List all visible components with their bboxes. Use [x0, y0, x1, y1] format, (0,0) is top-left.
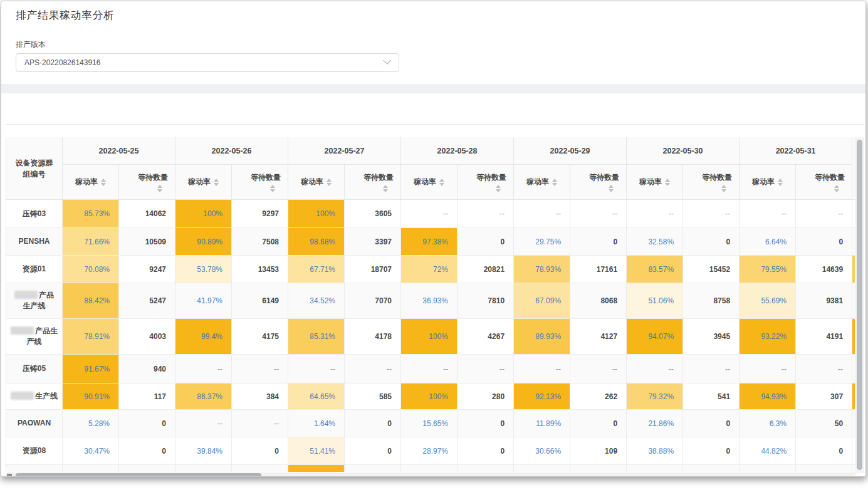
wait-cell: 8068: [570, 283, 627, 319]
rate-cell: 44.82%: [740, 437, 796, 465]
wait-cell: 9381: [796, 283, 852, 319]
table-row: 资源0830.47%039.84%051.41%028.97%030.66%10…: [6, 437, 855, 465]
rate-cell: 1.64%: [288, 410, 345, 437]
rate-cell: 70.08%: [63, 256, 119, 283]
rate-cell: [175, 465, 232, 472]
caret-down-icon: [439, 183, 444, 186]
rate-cell: 94.93%: [740, 383, 796, 410]
redacted-label-overlay: [11, 326, 34, 335]
rate-column-header[interactable]: 稼动率: [288, 165, 345, 200]
rate-cell: 89.93%: [514, 319, 570, 355]
wait-column-header[interactable]: 等待数量: [232, 165, 288, 200]
table-row: 压铸0591.67%940------------------------: [6, 355, 855, 383]
sort-icon[interactable]: [665, 179, 670, 186]
sort-icon[interactable]: [609, 185, 614, 192]
rate-cell: 39.84%: [175, 437, 232, 465]
version-select-value: APS-20220826143916: [24, 58, 100, 67]
sort-icon[interactable]: [270, 185, 275, 192]
corner-header: 设备资源群 组编号: [6, 137, 63, 200]
rate-cell: 30.47%: [63, 437, 119, 465]
rate-cell: 55.69%: [740, 283, 796, 319]
sort-icon[interactable]: [778, 179, 783, 186]
wait-cell: --: [683, 200, 740, 228]
sort-icon[interactable]: [496, 185, 501, 192]
row-label: PAOWAN: [6, 410, 63, 437]
sort-icon[interactable]: [834, 185, 839, 192]
rate-column-header[interactable]: 稼动率: [63, 165, 119, 200]
rate-column-header[interactable]: 稼动率: [175, 165, 232, 200]
vertical-scrollbar[interactable]: [855, 137, 864, 473]
rate-cell: 83.57%: [627, 256, 683, 283]
wait-column-header[interactable]: 等待数量: [683, 165, 740, 200]
caret-up-icon: [270, 185, 275, 188]
sort-icon[interactable]: [721, 185, 726, 192]
rate-cell: 38.88%: [627, 437, 683, 465]
wait-cell: 0: [683, 228, 740, 256]
rate-column-header[interactable]: 稼动率: [514, 165, 570, 200]
version-select[interactable]: APS-20220826143916: [16, 53, 399, 72]
caret-down-icon: [270, 189, 275, 192]
date-header: 2022-05-26: [175, 137, 288, 165]
wait-cell: 0: [683, 410, 740, 437]
sort-icon[interactable]: [439, 179, 444, 186]
rate-column-header[interactable]: 稼动率: [627, 165, 683, 200]
horizontal-scrollbar-nub[interactable]: [7, 474, 12, 477]
rate-cell: [627, 465, 683, 472]
wait-cell: 0: [570, 410, 627, 437]
row-label: 生产线: [6, 383, 63, 410]
horizontal-scrollbar[interactable]: [6, 472, 855, 477]
wait-cell: 585: [345, 383, 401, 410]
wait-header-label: 等待数量: [476, 172, 506, 183]
wait-column-header[interactable]: 等待数量: [345, 165, 401, 200]
wait-cell: 14062: [119, 200, 175, 228]
sort-icon[interactable]: [157, 185, 162, 192]
rate-cell: 29.75%: [514, 228, 570, 256]
rate-column-header[interactable]: 稼动率: [740, 165, 796, 200]
rate-column-header[interactable]: 稼动率: [401, 165, 458, 200]
vertical-scrollbar-thumb[interactable]: [857, 140, 862, 470]
table-row: 压铸0385.73%14062100%9297100%3605---------…: [6, 200, 855, 228]
wait-cell: 0: [796, 437, 852, 465]
wait-header-label: 等待数量: [815, 172, 845, 183]
sort-icon[interactable]: [214, 179, 219, 186]
caret-down-icon: [834, 189, 839, 192]
rate-cell: 93.22%: [740, 319, 796, 355]
rate-cell: 5.28%: [63, 410, 119, 437]
rate-cell: [288, 465, 345, 472]
wait-cell: 3397: [345, 228, 401, 256]
caret-up-icon: [665, 179, 670, 182]
wait-column-header[interactable]: 等待数量: [458, 165, 514, 200]
sort-icon[interactable]: [101, 179, 106, 186]
rate-cell: 64.65%: [288, 383, 345, 410]
wait-cell: 0: [345, 410, 401, 437]
wait-column-header[interactable]: 等待数量: [119, 165, 175, 200]
wait-cell: 0: [119, 410, 175, 437]
wait-column-header[interactable]: 等待数量: [570, 165, 627, 200]
wait-cell: [796, 465, 852, 472]
caret-up-icon: [383, 185, 388, 188]
sort-icon[interactable]: [552, 179, 557, 186]
sort-icon[interactable]: [327, 179, 332, 186]
table-row: 生产线90.91%11786.37%38464.65%585100%28092.…: [6, 383, 855, 410]
rate-cell: 41.97%: [175, 283, 232, 319]
rate-cell: 28.97%: [401, 437, 458, 465]
caret-up-icon: [778, 179, 783, 182]
row-label: PENSHA: [6, 228, 63, 256]
sort-icon[interactable]: [383, 185, 388, 192]
rate-header-label: 稼动率: [752, 177, 775, 187]
rate-header-label: 稼动率: [639, 177, 662, 187]
table-scroll-area[interactable]: 设备资源群 组编号2022-05-252022-05-262022-05-272…: [6, 137, 855, 472]
rate-cell: 78.91%: [63, 319, 119, 355]
date-header: 2022-05-29: [514, 137, 627, 165]
rate-cell: 71.66%: [63, 228, 119, 256]
rate-header-label: 稼动率: [526, 177, 549, 187]
wait-column-header[interactable]: 等待数量: [796, 165, 852, 200]
rate-cell: 90.91%: [63, 383, 119, 410]
rate-cell: [63, 465, 119, 472]
horizontal-scrollbar-thumb[interactable]: [16, 473, 261, 477]
redacted-label-overlay: [14, 291, 38, 299]
wait-cell: --: [683, 355, 740, 383]
caret-up-icon: [214, 179, 219, 182]
rate-cell: 78.93%: [514, 256, 570, 283]
caret-down-icon: [383, 189, 388, 192]
